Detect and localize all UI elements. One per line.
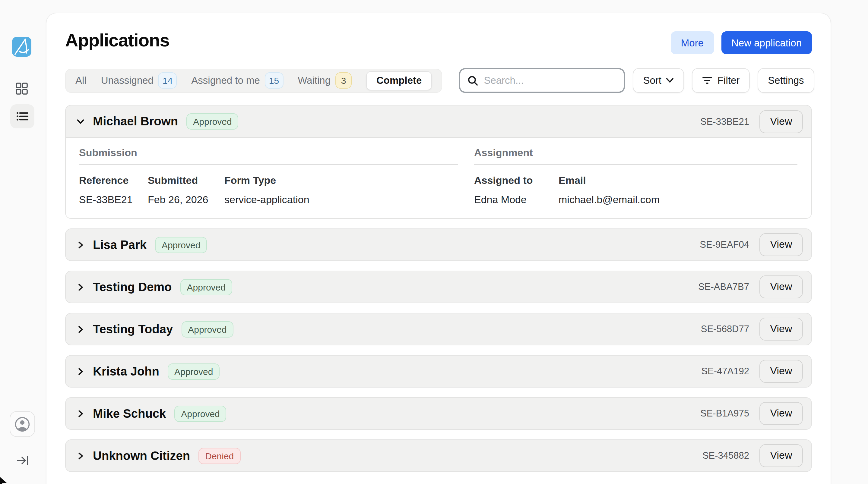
tab-all-label: All <box>75 75 87 86</box>
view-button[interactable]: View <box>760 444 803 467</box>
chevron-down-icon <box>666 78 674 83</box>
application-row: Testing Today Approved SE-568D77 View <box>65 313 812 345</box>
filter-button[interactable]: Filter <box>692 68 750 93</box>
field-label: Assigned to <box>474 175 559 187</box>
status-badge: Denied <box>198 448 240 464</box>
tab-all[interactable]: All <box>75 75 87 86</box>
assignment-section: Assignment Assigned to Edna Mode Email m… <box>474 147 798 206</box>
field-label: Reference <box>79 175 148 187</box>
search-icon <box>467 75 478 86</box>
field-label: Form Type <box>224 175 309 187</box>
applicant-name: Testing Demo <box>93 280 172 294</box>
page-title: Applications <box>65 30 169 51</box>
row-header[interactable]: Michael Brown Approved SE-33BE21 View <box>66 105 811 138</box>
view-button[interactable]: View <box>760 276 803 298</box>
logo-a-icon <box>14 39 30 55</box>
tab-assigned-to-me[interactable]: Assigned to me 15 <box>191 72 283 89</box>
reference-code: SE-B1A975 <box>700 408 749 419</box>
chevron-right-icon[interactable] <box>75 409 85 418</box>
field-value: SE-33BE21 <box>79 194 148 206</box>
field-value: Edna Mode <box>474 194 559 206</box>
applicant-name: Lisa Park <box>93 238 147 252</box>
status-badge: Approved <box>168 363 220 380</box>
sidebar-list-view-button[interactable] <box>10 104 34 128</box>
chevron-right-icon[interactable] <box>75 451 85 460</box>
settings-button[interactable]: Settings <box>757 68 814 93</box>
applicant-name: Unknown Citizen <box>93 449 190 462</box>
status-badge: Approved <box>174 405 226 422</box>
status-badge: Approved <box>186 113 238 130</box>
filter-tabs: All Unassigned 14 Assigned to me 15 Wait… <box>65 68 442 93</box>
application-row: Testing Demo Approved SE-ABA7B7 View <box>65 271 812 303</box>
divider <box>79 165 458 165</box>
view-button[interactable]: View <box>760 318 803 341</box>
tab-complete[interactable]: Complete <box>366 71 432 90</box>
reference-code: SE-ABA7B7 <box>698 282 749 292</box>
filter-label: Filter <box>717 75 740 86</box>
submission-section: Submission Reference SE-33BE21 Submitted… <box>79 147 458 206</box>
search-input[interactable] <box>484 75 617 86</box>
expand-right-icon <box>16 454 30 467</box>
reference-code: SE-345882 <box>703 450 749 461</box>
sidebar <box>0 0 46 484</box>
submission-title: Submission <box>79 147 458 159</box>
mouse-cursor <box>0 474 8 484</box>
sidebar-grid-view-button[interactable] <box>13 79 31 98</box>
sidebar-profile-button[interactable] <box>10 411 35 437</box>
assigned-count-badge: 15 <box>265 72 283 89</box>
reference-code: SE-33BE21 <box>700 116 749 127</box>
application-row: Lisa Park Approved SE-9EAF04 View <box>65 228 812 261</box>
field-label: Email <box>559 175 660 187</box>
header-actions: More New application <box>671 31 812 54</box>
page-header: Applications More New application <box>65 30 812 54</box>
row-header[interactable]: Krista John Approved SE-47A192 View <box>66 356 811 387</box>
sort-button[interactable]: Sort <box>633 68 684 93</box>
view-button[interactable]: View <box>760 360 803 383</box>
avatar-icon <box>14 416 30 432</box>
view-button[interactable]: View <box>760 402 803 425</box>
row-header[interactable]: Unknown Citizen Denied SE-345882 View <box>66 440 811 471</box>
tab-unassigned[interactable]: Unassigned 14 <box>101 72 177 89</box>
row-header[interactable]: Testing Demo Approved SE-ABA7B7 View <box>66 271 811 302</box>
row-header[interactable]: Mike Schuck Approved SE-B1A975 View <box>66 398 811 429</box>
application-row: Krista John Approved SE-47A192 View <box>65 355 812 388</box>
application-row: Unknown Citizen Denied SE-345882 View <box>65 440 812 472</box>
sidebar-expand-button[interactable] <box>14 452 31 469</box>
new-application-button[interactable]: New application <box>721 31 812 54</box>
grid-icon <box>15 82 28 95</box>
tab-unassigned-label: Unassigned <box>101 75 154 86</box>
reference-code: SE-9EAF04 <box>700 239 749 250</box>
application-row: Mike Schuck Approved SE-B1A975 View <box>65 397 812 430</box>
application-row-michael-brown: Michael Brown Approved SE-33BE21 View Su… <box>65 105 812 219</box>
chevron-right-icon[interactable] <box>75 282 85 292</box>
status-badge: Approved <box>181 321 233 337</box>
app-logo[interactable] <box>12 37 31 57</box>
field-value: michael.b@email.com <box>559 194 660 206</box>
main-panel: Applications More New application All Un… <box>46 13 831 484</box>
more-button[interactable]: More <box>671 31 714 54</box>
reference-code: SE-47A192 <box>701 366 749 377</box>
applicant-name: Testing Today <box>93 322 173 336</box>
field-value: Feb 26, 2026 <box>148 194 224 206</box>
waiting-count-badge: 3 <box>335 72 352 89</box>
row-header[interactable]: Lisa Park Approved SE-9EAF04 View <box>66 229 811 260</box>
list-icon <box>16 110 29 123</box>
chevron-right-icon[interactable] <box>75 240 85 250</box>
view-button[interactable]: View <box>760 110 803 133</box>
chevron-right-icon[interactable] <box>75 366 85 376</box>
filter-lines-icon <box>703 76 713 85</box>
row-header[interactable]: Testing Today Approved SE-568D77 View <box>66 314 811 345</box>
applications-list: Michael Brown Approved SE-33BE21 View Su… <box>65 105 812 472</box>
view-button[interactable]: View <box>760 233 803 256</box>
assignment-title: Assignment <box>474 147 798 159</box>
chevron-right-icon[interactable] <box>75 324 85 334</box>
field-label: Submitted <box>148 175 224 187</box>
status-badge: Approved <box>180 279 232 295</box>
applicant-name: Krista John <box>93 364 159 378</box>
unassigned-count-badge: 14 <box>158 72 177 89</box>
settings-label: Settings <box>768 75 804 86</box>
toolbar: All Unassigned 14 Assigned to me 15 Wait… <box>65 68 812 93</box>
tab-waiting[interactable]: Waiting 3 <box>298 72 352 89</box>
chevron-expanded-icon[interactable] <box>75 117 85 126</box>
status-badge: Approved <box>155 236 207 253</box>
